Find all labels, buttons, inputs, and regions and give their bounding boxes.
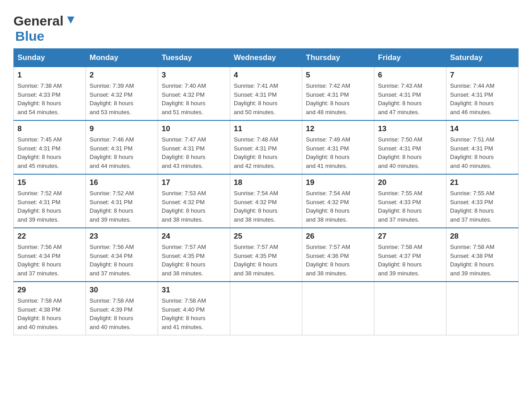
- day-cell: 22 Sunrise: 7:56 AM Sunset: 4:34 PM Dayl…: [14, 228, 86, 282]
- day-number: 18: [234, 178, 298, 187]
- day-info: Sunrise: 7:50 AM Sunset: 4:31 PM Dayligh…: [378, 135, 442, 170]
- day-cell: 24 Sunrise: 7:57 AM Sunset: 4:35 PM Dayl…: [158, 228, 230, 282]
- day-cell: 7 Sunrise: 7:44 AM Sunset: 4:31 PM Dayli…: [446, 67, 519, 121]
- day-number: 3: [162, 71, 226, 80]
- day-cell: 4 Sunrise: 7:41 AM Sunset: 4:31 PM Dayli…: [230, 67, 302, 121]
- day-cell: 29 Sunrise: 7:58 AM Sunset: 4:38 PM Dayl…: [14, 282, 86, 335]
- day-number: 4: [234, 71, 298, 80]
- day-info: Sunrise: 7:58 AM Sunset: 4:37 PM Dayligh…: [378, 243, 442, 278]
- svg-marker-0: [67, 17, 74, 24]
- day-number: 13: [378, 124, 442, 133]
- day-number: 7: [450, 71, 515, 80]
- day-info: Sunrise: 7:55 AM Sunset: 4:33 PM Dayligh…: [378, 189, 442, 224]
- day-number: 27: [378, 232, 442, 241]
- weekday-header-row: SundayMondayTuesdayWednesdayThursdayFrid…: [14, 49, 519, 67]
- day-info: Sunrise: 7:51 AM Sunset: 4:31 PM Dayligh…: [450, 135, 515, 170]
- day-cell: 26 Sunrise: 7:57 AM Sunset: 4:36 PM Dayl…: [302, 228, 374, 282]
- day-cell: [446, 282, 519, 335]
- day-number: 10: [162, 124, 226, 133]
- day-info: Sunrise: 7:54 AM Sunset: 4:32 PM Dayligh…: [306, 189, 370, 224]
- logo-general: General: [13, 13, 64, 29]
- logo-blue: Blue: [15, 29, 44, 43]
- day-number: 1: [17, 71, 82, 80]
- day-number: 2: [90, 71, 154, 80]
- day-cell: 16 Sunrise: 7:52 AM Sunset: 4:31 PM Dayl…: [86, 174, 158, 228]
- day-cell: 12 Sunrise: 7:49 AM Sunset: 4:31 PM Dayl…: [302, 120, 374, 174]
- day-info: Sunrise: 7:47 AM Sunset: 4:31 PM Dayligh…: [162, 135, 226, 170]
- day-info: Sunrise: 7:39 AM Sunset: 4:32 PM Dayligh…: [90, 81, 154, 116]
- day-cell: 13 Sunrise: 7:50 AM Sunset: 4:31 PM Dayl…: [374, 120, 446, 174]
- calendar-table: SundayMondayTuesdayWednesdayThursdayFrid…: [13, 48, 519, 335]
- day-number: 17: [162, 178, 226, 187]
- day-info: Sunrise: 7:49 AM Sunset: 4:31 PM Dayligh…: [306, 135, 370, 170]
- day-info: Sunrise: 7:58 AM Sunset: 4:40 PM Dayligh…: [162, 296, 226, 331]
- day-info: Sunrise: 7:58 AM Sunset: 4:38 PM Dayligh…: [17, 296, 82, 331]
- day-cell: [302, 282, 374, 335]
- day-cell: 21 Sunrise: 7:55 AM Sunset: 4:33 PM Dayl…: [446, 174, 519, 228]
- day-info: Sunrise: 7:56 AM Sunset: 4:34 PM Dayligh…: [17, 243, 82, 278]
- day-info: Sunrise: 7:57 AM Sunset: 4:36 PM Dayligh…: [306, 243, 370, 278]
- day-cell: [374, 282, 446, 335]
- day-number: 9: [90, 124, 154, 133]
- day-info: Sunrise: 7:55 AM Sunset: 4:33 PM Dayligh…: [450, 189, 515, 224]
- day-number: 8: [17, 124, 82, 133]
- day-cell: 8 Sunrise: 7:45 AM Sunset: 4:31 PM Dayli…: [14, 120, 86, 174]
- day-info: Sunrise: 7:45 AM Sunset: 4:31 PM Dayligh…: [17, 135, 82, 170]
- weekday-header-tuesday: Tuesday: [158, 49, 230, 67]
- day-number: 21: [450, 178, 515, 187]
- day-cell: 20 Sunrise: 7:55 AM Sunset: 4:33 PM Dayl…: [374, 174, 446, 228]
- day-cell: 6 Sunrise: 7:43 AM Sunset: 4:31 PM Dayli…: [374, 67, 446, 121]
- day-info: Sunrise: 7:58 AM Sunset: 4:38 PM Dayligh…: [450, 243, 515, 278]
- weekday-header-sunday: Sunday: [14, 49, 86, 67]
- day-number: 16: [90, 178, 154, 187]
- day-info: Sunrise: 7:40 AM Sunset: 4:32 PM Dayligh…: [162, 81, 226, 116]
- weekday-header-thursday: Thursday: [302, 49, 374, 67]
- day-number: 22: [17, 232, 82, 241]
- day-cell: 9 Sunrise: 7:46 AM Sunset: 4:31 PM Dayli…: [86, 120, 158, 174]
- day-info: Sunrise: 7:46 AM Sunset: 4:31 PM Dayligh…: [90, 135, 154, 170]
- day-info: Sunrise: 7:43 AM Sunset: 4:31 PM Dayligh…: [378, 81, 442, 116]
- day-cell: 14 Sunrise: 7:51 AM Sunset: 4:31 PM Dayl…: [446, 120, 519, 174]
- day-number: 31: [162, 286, 226, 295]
- day-cell: 30 Sunrise: 7:58 AM Sunset: 4:39 PM Dayl…: [86, 282, 158, 335]
- weekday-header-wednesday: Wednesday: [230, 49, 302, 67]
- day-cell: 23 Sunrise: 7:56 AM Sunset: 4:34 PM Dayl…: [86, 228, 158, 282]
- logo-triangle-icon: [64, 14, 77, 26]
- day-number: 28: [450, 232, 515, 241]
- day-cell: 27 Sunrise: 7:58 AM Sunset: 4:37 PM Dayl…: [374, 228, 446, 282]
- day-number: 26: [306, 232, 370, 241]
- day-number: 6: [378, 71, 442, 80]
- week-row-2: 8 Sunrise: 7:45 AM Sunset: 4:31 PM Dayli…: [14, 120, 519, 174]
- day-number: 20: [378, 178, 442, 187]
- day-number: 11: [234, 124, 298, 133]
- week-row-3: 15 Sunrise: 7:52 AM Sunset: 4:31 PM Dayl…: [14, 174, 519, 228]
- day-number: 15: [17, 178, 82, 187]
- day-number: 14: [450, 124, 515, 133]
- day-info: Sunrise: 7:54 AM Sunset: 4:32 PM Dayligh…: [234, 189, 298, 224]
- day-cell: 11 Sunrise: 7:48 AM Sunset: 4:31 PM Dayl…: [230, 120, 302, 174]
- day-cell: 10 Sunrise: 7:47 AM Sunset: 4:31 PM Dayl…: [158, 120, 230, 174]
- week-row-1: 1 Sunrise: 7:38 AM Sunset: 4:33 PM Dayli…: [14, 67, 519, 121]
- weekday-header-friday: Friday: [374, 49, 446, 67]
- week-row-5: 29 Sunrise: 7:58 AM Sunset: 4:38 PM Dayl…: [14, 282, 519, 335]
- day-number: 30: [90, 286, 154, 295]
- day-cell: [230, 282, 302, 335]
- day-info: Sunrise: 7:57 AM Sunset: 4:35 PM Dayligh…: [162, 243, 226, 278]
- day-info: Sunrise: 7:38 AM Sunset: 4:33 PM Dayligh…: [17, 81, 82, 116]
- day-number: 5: [306, 71, 370, 80]
- day-info: Sunrise: 7:57 AM Sunset: 4:35 PM Dayligh…: [234, 243, 298, 278]
- day-number: 29: [17, 286, 82, 295]
- day-cell: 1 Sunrise: 7:38 AM Sunset: 4:33 PM Dayli…: [14, 67, 86, 121]
- weekday-header-monday: Monday: [86, 49, 158, 67]
- day-cell: 18 Sunrise: 7:54 AM Sunset: 4:32 PM Dayl…: [230, 174, 302, 228]
- logo: General Blue: [13, 9, 77, 44]
- day-info: Sunrise: 7:58 AM Sunset: 4:39 PM Dayligh…: [90, 296, 154, 331]
- day-info: Sunrise: 7:52 AM Sunset: 4:31 PM Dayligh…: [17, 189, 82, 224]
- weekday-header-saturday: Saturday: [446, 49, 519, 67]
- day-cell: 17 Sunrise: 7:53 AM Sunset: 4:32 PM Dayl…: [158, 174, 230, 228]
- day-cell: 19 Sunrise: 7:54 AM Sunset: 4:32 PM Dayl…: [302, 174, 374, 228]
- day-info: Sunrise: 7:52 AM Sunset: 4:31 PM Dayligh…: [90, 189, 154, 224]
- day-info: Sunrise: 7:48 AM Sunset: 4:31 PM Dayligh…: [234, 135, 298, 170]
- day-cell: 28 Sunrise: 7:58 AM Sunset: 4:38 PM Dayl…: [446, 228, 519, 282]
- day-cell: 31 Sunrise: 7:58 AM Sunset: 4:40 PM Dayl…: [158, 282, 230, 335]
